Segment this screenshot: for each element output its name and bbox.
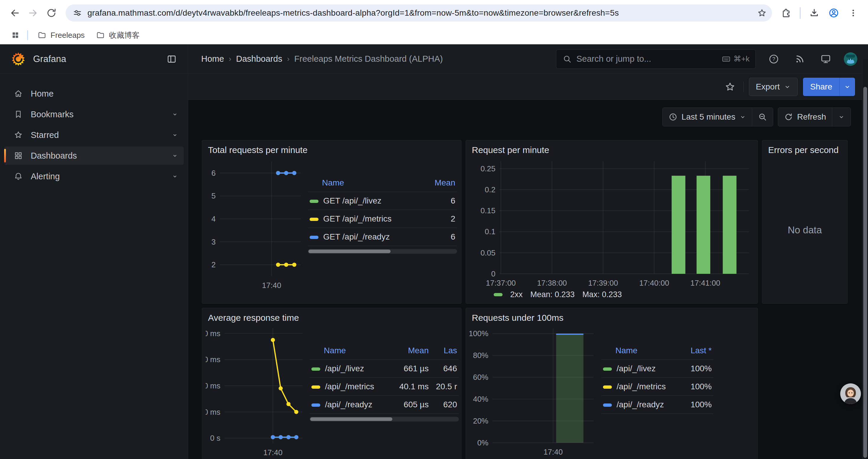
legend-column-header[interactable]: Name [601, 343, 672, 360]
series-name[interactable]: /api/_/readyz [617, 400, 664, 409]
legend-horizontal-scrollbar[interactable] [310, 417, 459, 422]
page-scrollbar-thumb[interactable] [863, 87, 867, 458]
scrollbar-thumb[interactable] [310, 417, 392, 421]
browser-chrome: grafana.mathmast.com/d/deytv4rwavabkb/fr… [0, 0, 868, 26]
sidebar-item-starred[interactable]: Starred [4, 126, 184, 144]
legend-row[interactable]: /api/_/readyz100% [601, 396, 713, 414]
refresh-button[interactable]: Refresh [778, 108, 832, 126]
zoom-out-time-button[interactable] [752, 108, 773, 126]
sidebar-toggle-button[interactable] [164, 51, 180, 67]
series-name[interactable]: /api/_/metrics [617, 382, 666, 391]
sidebar-item-dashboards[interactable]: Dashboards [4, 146, 184, 165]
browser-reload-button[interactable] [43, 5, 60, 21]
page-scrollbar[interactable] [862, 59, 868, 459]
svg-text:17:40: 17:40 [262, 281, 281, 290]
legend-row[interactable]: GET /api/_/readyz6 [308, 228, 457, 246]
refresh-interval-button[interactable] [832, 108, 850, 126]
browser-back-button[interactable] [6, 5, 23, 21]
bookmark-folder[interactable]: 收藏博客 [91, 28, 145, 43]
scrollbar-thumb[interactable] [308, 250, 391, 253]
series-value: 6 [416, 192, 457, 210]
series-color-chip [310, 236, 318, 239]
legend-row[interactable]: GET /api/_/metrics2 [308, 210, 457, 228]
profile-button[interactable] [826, 5, 842, 21]
series-name[interactable]: GET /api/_/readyz [323, 232, 390, 241]
bookmarks-bar: Freeleaps收藏博客 [0, 26, 868, 44]
legend-row[interactable]: /api/_/metrics100% [601, 378, 713, 396]
series-name[interactable]: GET /api/_/metrics [323, 214, 392, 223]
floating-assistant-avatar[interactable] [840, 383, 861, 404]
search-box[interactable]: ⌘+k [556, 49, 756, 69]
panel-title[interactable]: Total requests per minute [202, 140, 461, 157]
legend-column-header[interactable]: Mean [416, 175, 457, 192]
series-name[interactable]: /api/_/livez [325, 364, 364, 373]
news-rss-button[interactable] [792, 51, 808, 67]
favorite-dashboard-button[interactable] [722, 79, 738, 95]
legend-table: NameLast */api/_/livez100%/api/_/metrics… [601, 343, 713, 414]
extensions-button[interactable] [778, 5, 795, 21]
search-input[interactable] [577, 54, 722, 64]
legend-column-header[interactable]: Mean [389, 343, 430, 360]
legend-row[interactable]: /api/_/readyz605 µs620 [310, 396, 459, 414]
legend-column-header[interactable]: Las [430, 343, 459, 360]
browser-forward-button[interactable] [25, 5, 41, 21]
chevron-down-icon[interactable] [172, 111, 179, 118]
bookmark-star-button[interactable] [755, 6, 769, 20]
breadcrumb-item[interactable]: Dashboards [236, 54, 282, 64]
legend-column-header[interactable]: Name [308, 175, 416, 192]
legend-horizontal-scrollbar[interactable] [308, 249, 457, 254]
user-avatar[interactable] [844, 52, 857, 66]
panel-title[interactable]: Requests under 100ms [466, 308, 757, 325]
series-name[interactable]: /api/_/livez [617, 364, 656, 373]
legend-column-header[interactable]: Name [310, 343, 389, 360]
sidebar-item-alerting[interactable]: Alerting [4, 167, 184, 186]
svg-text:5: 5 [212, 191, 216, 200]
zoom-out-icon [758, 112, 767, 121]
share-button[interactable]: Share [803, 78, 839, 96]
breadcrumb-item: Freeleaps Metrics Dashboard (ALPHA) [294, 54, 443, 64]
panel-title[interactable]: Request per minute [466, 140, 757, 157]
legend-row[interactable]: /api/_/livez100% [601, 360, 713, 378]
panel-body: 0.250.20.150.10.05017:37:0017:38:0017:39… [466, 157, 757, 290]
help-button[interactable]: ? [766, 51, 782, 67]
rss-icon [795, 54, 805, 64]
bar-chart: 0.250.20.150.10.05017:37:0017:38:0017:39… [469, 157, 754, 289]
display-mode-button[interactable] [818, 51, 834, 67]
reload-icon [46, 8, 56, 18]
chevron-down-icon[interactable] [172, 173, 179, 180]
time-controls: Last 5 minutes Refresh [188, 100, 868, 126]
browser-menu-button[interactable] [845, 5, 862, 21]
series-value: 646 [430, 360, 459, 378]
legend-row[interactable]: GET /api/_/livez6 [308, 192, 457, 210]
legend-column-header[interactable]: Last * [672, 343, 713, 360]
share-menu-button[interactable] [839, 78, 855, 96]
panel-title[interactable]: Errors per second [762, 140, 847, 157]
sidebar-item-bookmarks[interactable]: Bookmarks [4, 105, 184, 124]
svg-text:0%: 0% [477, 438, 488, 447]
breadcrumb-separator: › [229, 54, 231, 64]
time-range-picker[interactable]: Last 5 minutes [663, 108, 752, 126]
series-name[interactable]: /api/_/readyz [325, 400, 372, 409]
downloads-button[interactable] [806, 5, 823, 21]
bookmark-folder[interactable]: Freeleaps [33, 28, 90, 42]
apps-button[interactable] [8, 28, 23, 42]
panels-grid: Total requests per minute6543217:40NameM… [202, 140, 868, 459]
bookmark-folder-label: 收藏博客 [109, 30, 140, 40]
dashboard-canvas: Last 5 minutes Refresh [188, 100, 868, 459]
chevron-down-icon[interactable] [172, 131, 179, 138]
series-name[interactable]: 2xx [510, 290, 523, 299]
chevron-down-icon[interactable] [172, 152, 179, 159]
legend-row[interactable]: /api/_/livez661 µs646 [310, 360, 459, 378]
site-settings-icon[interactable] [73, 8, 82, 18]
breadcrumb-item[interactable]: Home [201, 54, 224, 64]
address-bar[interactable]: grafana.mathmast.com/d/deytv4rwavabkb/fr… [66, 4, 772, 22]
series-name[interactable]: /api/_/metrics [325, 382, 374, 391]
panel-title[interactable]: Average response time [202, 308, 461, 325]
series-name[interactable]: GET /api/_/livez [323, 196, 381, 205]
export-button[interactable]: Export [749, 78, 798, 96]
svg-text:20 ms: 20 ms [206, 407, 220, 417]
sidebar-item-home[interactable]: Home [4, 85, 184, 103]
legend-row[interactable]: /api/_/metrics40.1 ms20.5 r [310, 378, 459, 396]
divider [743, 81, 744, 92]
panel-total-requests: Total requests per minute6543217:40NameM… [202, 140, 462, 304]
